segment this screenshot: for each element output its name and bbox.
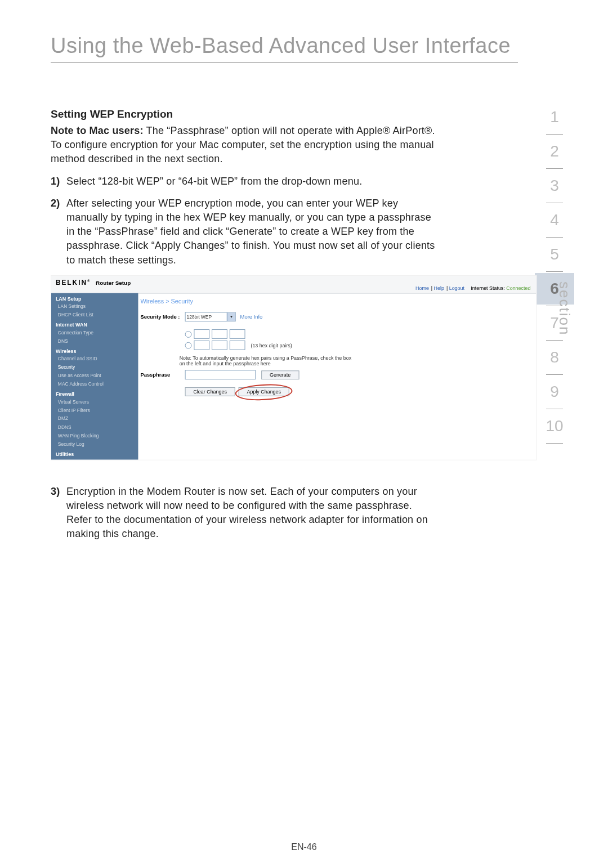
heading-rule	[51, 62, 518, 63]
step-3: 3) Encryption in the Modem Router is now…	[51, 485, 439, 542]
brand-logo: BELKIN®	[56, 279, 91, 287]
sidebar-item[interactable]: Internet WAN	[51, 319, 138, 329]
section-tabs: 1 2 3 4 5 6 7 8 9 10 section	[535, 101, 574, 445]
note-label: Note to Mac users:	[51, 125, 144, 136]
step-2-number: 2)	[51, 196, 66, 211]
note-paragraph: Note to Mac users: The “Passphrase” opti…	[51, 124, 439, 167]
sidebar-item[interactable]: DNS	[51, 337, 138, 346]
generate-button[interactable]: Generate	[261, 370, 299, 379]
key-cell[interactable]	[212, 329, 227, 339]
tab-10[interactable]: 10	[535, 410, 574, 442]
sidebar-item[interactable]: LAN Setup	[51, 293, 138, 302]
sidebar-item[interactable]: Virtual Servers	[51, 398, 138, 406]
link-logout[interactable]: Logout	[449, 285, 464, 291]
tab-3[interactable]: 3	[535, 170, 574, 202]
more-info-link[interactable]: More Info	[240, 314, 263, 320]
tab-1[interactable]: 1	[535, 101, 574, 133]
status-label: Internet Status:	[471, 285, 504, 291]
sidebar-item[interactable]: WAN Ping Blocking	[51, 431, 138, 440]
sidebar-item[interactable]: Wireless	[51, 346, 138, 355]
sidebar-item[interactable]: DDNS	[51, 423, 138, 432]
shot-header: BELKIN® Router Setup Home| Help| Logout …	[51, 276, 536, 294]
step-1: 1)Select “128-bit WEP” or “64-bit WEP” f…	[51, 175, 439, 189]
step-2-text: After selecting your WEP encryption mode…	[51, 196, 439, 267]
sidebar-item[interactable]: Restart Router	[51, 458, 138, 460]
page-title: Using the Web-Based Advanced User Interf…	[51, 34, 518, 58]
security-mode-label: Security Mode :	[140, 314, 185, 320]
tab-4[interactable]: 4	[535, 204, 574, 236]
tab-8[interactable]: 8	[535, 342, 574, 373]
tab-5[interactable]: 5	[535, 239, 574, 270]
sidebar-item[interactable]: Client IP Filters	[51, 406, 138, 415]
sidebar-item[interactable]: Connection Type	[51, 329, 138, 337]
status-bar: Home| Help| Logout Internet Status: Conn…	[415, 285, 530, 291]
shot-sidebar: LAN Setup LAN Settings DHCP Client List …	[51, 293, 138, 459]
section-label: section	[556, 281, 573, 335]
embedded-screenshot: BELKIN® Router Setup Home| Help| Logout …	[51, 275, 537, 460]
step-1-number: 1)	[51, 175, 66, 189]
key-cell[interactable]	[194, 329, 209, 339]
key-cell[interactable]	[230, 341, 245, 350]
passphrase-label: Passphrase	[140, 372, 185, 378]
security-mode-select[interactable]: 128bit WEP ▾	[185, 312, 236, 321]
step-3-text: Encryption in the Modem Router is now se…	[51, 485, 439, 542]
breadcrumb: Wireless > Security	[140, 296, 531, 312]
status-value: Connected	[506, 285, 530, 291]
sidebar-item[interactable]: Utilities	[51, 448, 138, 458]
link-help[interactable]: Help	[434, 285, 444, 291]
step-3-number: 3)	[51, 485, 66, 499]
key-cell[interactable]	[212, 341, 227, 350]
chevron-down-icon: ▾	[227, 312, 235, 321]
key-radio[interactable]	[185, 342, 192, 348]
sidebar-item[interactable]: Security Log	[51, 440, 138, 448]
key-cell[interactable]	[194, 341, 209, 350]
sidebar-item[interactable]: Channel and SSID	[51, 355, 138, 363]
sidebar-item[interactable]: MAC Address Control	[51, 380, 138, 388]
step-1-text: Select “128-bit WEP” or “64-bit WEP” fro…	[66, 176, 362, 187]
sidebar-item-security[interactable]: Security	[51, 363, 138, 372]
hex-pairs-note: (13 hex digit pairs)	[251, 342, 292, 348]
passphrase-note: Note: To automatically generate hex pair…	[180, 355, 358, 366]
wep-key-grid: (13 hex digit pairs)	[185, 329, 532, 350]
router-setup-label: Router Setup	[96, 280, 131, 286]
passphrase-input[interactable]	[185, 370, 256, 379]
sidebar-item[interactable]: Firewall	[51, 388, 138, 398]
tab-9[interactable]: 9	[535, 376, 574, 408]
page-number: EN-46	[0, 842, 608, 852]
key-cell[interactable]	[230, 329, 245, 339]
sidebar-item[interactable]: LAN Settings	[51, 302, 138, 311]
tab-2[interactable]: 2	[535, 136, 574, 167]
apply-changes-button[interactable]: Apply Changes	[239, 387, 289, 396]
sub-heading: Setting WEP Encryption	[51, 108, 439, 120]
shot-main: Wireless > Security Security Mode : 128b…	[140, 296, 531, 396]
sidebar-item[interactable]: Use as Access Point	[51, 372, 138, 380]
key-radio[interactable]	[185, 330, 192, 337]
sidebar-item[interactable]: DMZ	[51, 415, 138, 423]
clear-changes-button[interactable]: Clear Changes	[185, 387, 235, 396]
link-home[interactable]: Home	[415, 285, 429, 291]
sidebar-item[interactable]: DHCP Client List	[51, 311, 138, 319]
step-2: 2) After selecting your WEP encryption m…	[51, 196, 439, 267]
